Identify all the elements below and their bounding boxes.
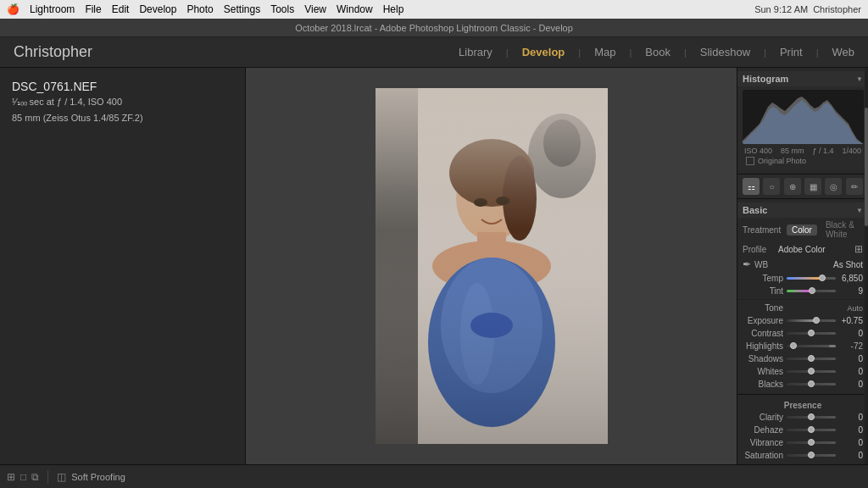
app-menu-settings[interactable]: Settings xyxy=(224,3,260,15)
scroll-indicator xyxy=(865,68,868,464)
redeye-tool[interactable]: ⊕ xyxy=(784,178,801,195)
whites-slider[interactable] xyxy=(787,370,836,373)
app-container: Christopher Library | Develop | Map | Bo… xyxy=(0,37,868,488)
app-menu-edit[interactable]: Edit xyxy=(112,3,130,15)
basic-title: Basic xyxy=(743,205,767,215)
app-menu-help[interactable]: Help xyxy=(383,3,404,15)
tint-row: Tint 9 xyxy=(737,285,868,297)
soft-proofing-label: Soft Proofing xyxy=(71,472,125,482)
nav-map[interactable]: Map xyxy=(594,46,615,58)
histogram-title: Histogram xyxy=(743,74,788,84)
highlights-slider[interactable] xyxy=(787,345,836,347)
exposure-label: Exposure xyxy=(743,316,783,325)
highlights-value: -72 xyxy=(839,341,863,351)
whites-row: Whites 0 xyxy=(737,365,868,378)
histogram-header[interactable]: Histogram ▼ xyxy=(737,71,868,86)
mac-menu-bar: 🍎 Lightroom File Edit Develop Photo Sett… xyxy=(0,0,868,19)
blacks-slider[interactable] xyxy=(787,383,836,385)
profile-browse-icon[interactable]: ⊞ xyxy=(854,243,863,255)
wb-value: As Shot xyxy=(829,260,863,269)
svg-point-2 xyxy=(543,119,581,167)
clarity-slider[interactable] xyxy=(787,416,836,419)
presence-title: Presence xyxy=(737,398,868,411)
profile-value: Adobe Color xyxy=(778,245,853,254)
original-photo-checkbox[interactable] xyxy=(746,157,754,165)
spot-removal-tool[interactable]: ○ xyxy=(763,178,780,195)
main-photo[interactable] xyxy=(376,88,608,444)
nav-book[interactable]: Book xyxy=(645,46,670,58)
nav-print[interactable]: Print xyxy=(780,46,803,58)
loupe-view-icon[interactable]: □ xyxy=(20,471,26,483)
blacks-value: 0 xyxy=(839,380,863,389)
before-after-icon[interactable]: ◫ xyxy=(57,471,66,483)
exposure-row: Exposure +0.75 xyxy=(737,314,868,327)
title-bar: October 2018.lrcat - Adobe Photoshop Lig… xyxy=(0,19,868,37)
temp-slider[interactable] xyxy=(787,277,836,280)
app-menu-develop[interactable]: Develop xyxy=(139,3,176,15)
compare-view-icon[interactable]: ⧉ xyxy=(31,471,39,483)
clarity-value: 0 xyxy=(839,413,863,422)
tone-auto-btn[interactable]: Auto xyxy=(847,304,863,313)
temp-row: Temp 6,850 xyxy=(737,272,868,285)
treatment-row: Treatment Color Black & White xyxy=(737,218,868,241)
color-treatment-btn[interactable]: Color xyxy=(787,225,817,236)
histogram-info: ISO 400 85 mm ƒ / 1.4 1/400 xyxy=(743,147,863,155)
bw-treatment-btn[interactable]: Black & White xyxy=(821,219,863,240)
highlights-label: Highlights xyxy=(743,341,783,351)
profile-row: Profile Adobe Color ⊞ xyxy=(737,241,868,257)
vibrance-slider[interactable] xyxy=(787,441,836,444)
tint-label: Tint xyxy=(743,286,783,296)
main-content: DSC_0761.NEF ¹⁄₁₀₀ sec at ƒ / 1.4, ISO 4… xyxy=(0,68,868,464)
app-menu-window[interactable]: Window xyxy=(337,3,373,15)
saturation-value: 0 xyxy=(839,451,863,460)
tint-value: 9 xyxy=(839,286,863,296)
nav-develop[interactable]: Develop xyxy=(522,46,565,58)
app-menu-lightroom[interactable]: Lightroom xyxy=(30,3,75,15)
shadows-row: Shadows 0 xyxy=(737,352,868,365)
tone-label: Tone xyxy=(743,303,783,313)
blacks-row: Blacks 0 xyxy=(737,378,868,391)
histogram-panel: ISO 400 85 mm ƒ / 1.4 1/400 Original Pho… xyxy=(737,86,868,170)
shadows-slider[interactable] xyxy=(787,358,836,360)
clarity-label: Clarity xyxy=(743,413,783,422)
histogram-section: Histogram ▼ ISO 400 85 mm xyxy=(737,68,868,175)
app-menu-photo[interactable]: Photo xyxy=(186,3,213,15)
svg-point-13 xyxy=(474,198,487,207)
saturation-label: Saturation xyxy=(743,451,783,460)
radial-filter-tool[interactable]: ◎ xyxy=(825,178,842,195)
histogram-aperture: ƒ / 1.4 xyxy=(812,147,833,155)
apple-menu[interactable]: 🍎 xyxy=(7,3,19,15)
app-menu-file[interactable]: File xyxy=(85,3,101,15)
histogram-canvas xyxy=(743,90,864,144)
saturation-slider[interactable] xyxy=(787,454,836,457)
dehaze-row: Dehaze 0 xyxy=(737,424,868,436)
contrast-slider[interactable] xyxy=(787,332,836,335)
presence-section: Presence Clarity 0 Dehaze 0 Vibr xyxy=(737,395,868,464)
basic-header[interactable]: Basic ▼ xyxy=(737,202,868,218)
dehaze-label: Dehaze xyxy=(743,425,783,435)
nav-web[interactable]: Web xyxy=(832,46,855,58)
nav-library[interactable]: Library xyxy=(459,46,492,58)
svg-rect-15 xyxy=(376,88,608,444)
histogram-shutter: 1/400 xyxy=(842,147,861,155)
graduated-filter-tool[interactable]: ▦ xyxy=(804,178,821,195)
wb-eyedropper-icon[interactable]: ✒ xyxy=(743,258,751,270)
scroll-thumb[interactable] xyxy=(865,108,868,226)
title-text: October 2018.lrcat - Adobe Photoshop Lig… xyxy=(295,23,573,33)
adjustment-brush-tool[interactable]: ✏ xyxy=(846,178,863,195)
tint-slider[interactable] xyxy=(787,290,836,292)
histogram-toggle-icon: ▼ xyxy=(856,75,863,83)
app-menu-tools[interactable]: Tools xyxy=(270,3,294,15)
photo-view xyxy=(246,68,737,464)
dehaze-slider[interactable] xyxy=(787,429,836,431)
exposure-slider[interactable] xyxy=(787,319,836,322)
nav-slideshow[interactable]: Slideshow xyxy=(700,46,750,58)
menu-time: Sun 9:12 AM xyxy=(754,4,808,14)
grid-view-icon[interactable]: ⊞ xyxy=(7,471,15,483)
crop-tool[interactable]: ⚏ xyxy=(743,178,760,195)
svg-point-1 xyxy=(528,114,596,198)
tool-row: ⚏ ○ ⊕ ▦ ◎ ✏ xyxy=(737,175,868,199)
temp-label: Temp xyxy=(743,274,783,283)
temp-value: 6,850 xyxy=(839,274,863,283)
app-menu-view[interactable]: View xyxy=(304,3,326,15)
